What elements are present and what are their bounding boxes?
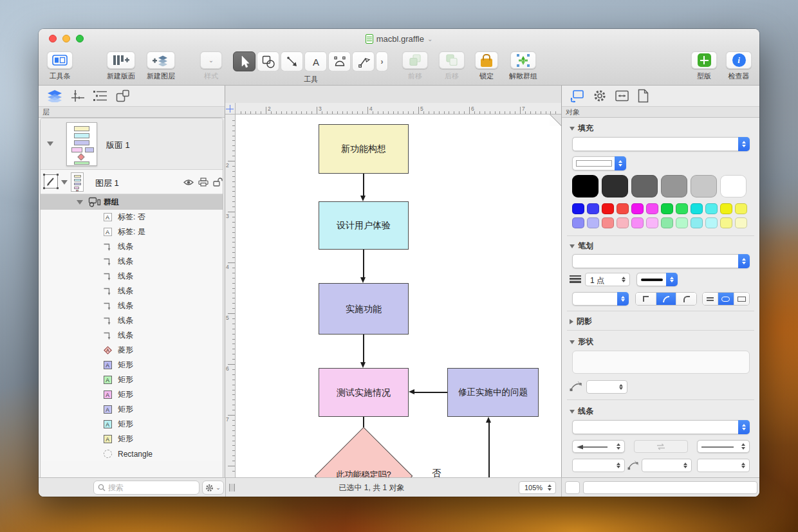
ungroup-button[interactable]: 解散群组: [503, 51, 543, 81]
stepper-icon[interactable]: [615, 459, 622, 472]
color-swatch[interactable]: [720, 217, 732, 228]
search-input[interactable]: [108, 483, 185, 492]
stepper-icon[interactable]: [615, 441, 622, 452]
connector-line[interactable]: [488, 423, 490, 477]
line-type-dropdown[interactable]: [572, 420, 750, 434]
stroke-type-dropdown[interactable]: [572, 254, 750, 268]
color-swatch[interactable]: [602, 203, 614, 214]
shape-preview-well[interactable]: [572, 351, 750, 374]
shape-section-header[interactable]: 形状: [570, 336, 593, 347]
layer-object-row[interactable]: A矩形: [41, 387, 223, 402]
stepper-icon[interactable]: [738, 137, 750, 151]
collapsed-triangle-icon[interactable]: [570, 319, 573, 324]
color-swatch[interactable]: [735, 217, 747, 228]
zoom-field[interactable]: 105%: [519, 481, 556, 494]
collapse-triangle-icon[interactable]: [570, 244, 575, 248]
canvas-row[interactable]: 版面 1: [41, 118, 223, 170]
collapse-triangle-icon[interactable]: [570, 127, 575, 131]
shape-tool-button[interactable]: [257, 51, 279, 71]
stepper-icon[interactable]: [739, 441, 747, 452]
color-swatch[interactable]: [572, 217, 584, 228]
layer-object-row[interactable]: A矩形: [41, 432, 223, 446]
color-swatch[interactable]: [602, 175, 628, 197]
corner-square-option[interactable]: [636, 293, 656, 305]
stepper-icon[interactable]: [682, 459, 689, 472]
edge-label-no[interactable]: 否: [432, 468, 441, 477]
color-swatch[interactable]: [735, 203, 747, 214]
stepper-icon[interactable]: [738, 420, 750, 434]
flow-node-test[interactable]: 测试实施情况: [319, 368, 409, 417]
color-swatch[interactable]: [661, 217, 673, 228]
disclosure-triangle-icon[interactable]: [47, 142, 53, 146]
collapse-triangle-icon[interactable]: [570, 340, 575, 344]
color-swatch[interactable]: [587, 217, 599, 228]
layer-object-row[interactable]: 线条: [41, 269, 223, 284]
connector-line[interactable]: [414, 392, 447, 393]
flow-node-idea[interactable]: 新功能构想: [319, 124, 409, 174]
color-swatch[interactable]: [646, 217, 658, 228]
layer-object-row[interactable]: A矩形: [41, 372, 223, 387]
color-swatch[interactable]: [676, 203, 688, 214]
layer-object-row[interactable]: A标签: 是: [41, 225, 223, 239]
color-swatch[interactable]: [617, 203, 629, 214]
color-swatch[interactable]: [720, 175, 747, 197]
layer-object-row[interactable]: Rectangle: [41, 446, 223, 461]
collapse-triangle-icon[interactable]: [570, 410, 575, 414]
flow-node-implement[interactable]: 实施功能: [319, 283, 409, 335]
stroke-color-dropdown[interactable]: [636, 273, 678, 286]
color-swatch[interactable]: [646, 203, 658, 214]
inspector-button[interactable]: i 检查器: [723, 51, 755, 81]
stepper-icon[interactable]: [615, 156, 626, 170]
disclosure-triangle-icon[interactable]: [77, 200, 83, 205]
shadow-section-header[interactable]: 阴影: [570, 316, 592, 327]
text-tool-button[interactable]: A: [304, 51, 327, 71]
size-tab-icon[interactable]: [615, 89, 629, 102]
swap-arrowheads-button[interactable]: [634, 440, 688, 453]
outline-tab-icon[interactable]: [93, 90, 108, 102]
color-swatch[interactable]: [691, 217, 703, 228]
layer-object-row[interactable]: 线条: [41, 298, 223, 313]
send-backward-button[interactable]: 后移: [438, 51, 466, 81]
corner-radius-field[interactable]: [586, 380, 627, 394]
layer-object-row[interactable]: 线条: [41, 328, 223, 343]
objects-tab-icon[interactable]: [116, 89, 130, 102]
color-swatch[interactable]: [587, 203, 599, 214]
connector-line[interactable]: [363, 335, 364, 362]
stencils-button[interactable]: 型版: [690, 51, 718, 81]
color-swatch[interactable]: [617, 217, 629, 228]
double-line-option[interactable]: [703, 293, 718, 305]
toggle-toolbar-button[interactable]: 工具条: [44, 51, 75, 81]
layer-object-row[interactable]: 线条: [41, 313, 223, 328]
disclosure-triangle-icon[interactable]: [61, 180, 68, 185]
canvas-name-field[interactable]: [583, 481, 757, 494]
color-swatch[interactable]: [631, 175, 658, 197]
artboard-tool-button[interactable]: [328, 51, 351, 71]
document-tab-icon[interactable]: [637, 89, 649, 103]
fill-section-header[interactable]: 填充: [570, 123, 593, 134]
color-swatch[interactable]: [661, 175, 687, 197]
flow-node-design[interactable]: 设计用户体验: [319, 201, 409, 250]
lines-section-header[interactable]: 线条: [570, 406, 593, 417]
line-size-field-2[interactable]: [642, 459, 692, 472]
color-swatch[interactable]: [720, 203, 732, 214]
fill-color-well[interactable]: [572, 156, 626, 170]
color-swatch[interactable]: [705, 203, 718, 214]
new-canvas-button[interactable]: 新建版面: [102, 51, 140, 81]
stepper-icon[interactable]: [546, 482, 553, 493]
layers-tab-icon[interactable]: [46, 89, 63, 102]
color-swatch[interactable]: [631, 203, 644, 214]
corner-round-option[interactable]: [656, 293, 676, 305]
stepper-icon[interactable]: [739, 459, 747, 472]
connector-line[interactable]: [363, 250, 364, 277]
layer-options-button[interactable]: ⌄: [202, 481, 224, 495]
layer-object-row[interactable]: A矩形: [41, 358, 223, 372]
page-nav-button[interactable]: [565, 481, 580, 494]
properties-gear-tab-icon[interactable]: [593, 89, 607, 103]
point-editor-tool-button[interactable]: [352, 51, 375, 71]
color-swatch[interactable]: [661, 203, 673, 214]
line-size-field-1[interactable]: [572, 459, 625, 472]
color-swatch[interactable]: [572, 203, 584, 214]
layer-object-row[interactable]: A矩形: [41, 402, 223, 417]
color-swatch[interactable]: [691, 203, 703, 214]
document-page[interactable]: 新功能构想 设计用户体验 实施功能 测试实施情况 修正实施中的问题 此功能稳定吗…: [236, 115, 561, 477]
